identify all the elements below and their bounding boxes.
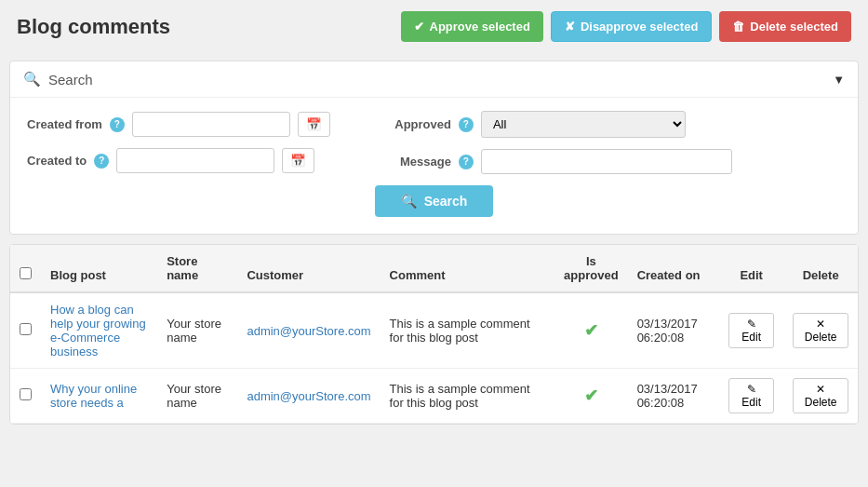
created-from-field: Created from ? 📅 [27,112,330,137]
delete-button[interactable]: ✕ Delete [793,313,848,348]
row-store-name: Your store name [157,369,237,424]
created-to-field: Created to ? 📅 [27,148,330,173]
search-btn-icon: 🔍 [401,194,417,209]
header-comment: Comment [381,245,555,292]
row-blog-post: Why your online store needs a [41,369,157,424]
search-row-1: Created from ? 📅 Created to ? 📅 Approved… [27,111,841,174]
header-store-name: Store name [157,245,237,292]
header-created-on: Created on [628,245,719,292]
table-row: How a blog can help your growing e-Comme… [10,292,858,369]
table-section: Blog post Store name Customer Comment Is… [9,244,859,425]
row-delete-cell: ✕ Delete [783,369,858,424]
left-fields: Created from ? 📅 Created to ? 📅 [27,112,330,173]
table-row: Why your online store needs a Your store… [10,369,858,424]
search-btn-row: 🔍 Search [27,185,841,217]
approved-select[interactable]: All Yes No [481,111,686,138]
message-input[interactable] [481,149,732,174]
chevron-down-icon: ▼ [833,73,845,87]
created-to-calendar-button[interactable]: 📅 [282,148,314,173]
row-checkbox-cell [10,292,41,369]
comments-table: Blog post Store name Customer Comment Is… [10,245,858,424]
search-toggle[interactable]: 🔍 Search ▼ [10,61,858,98]
row-checkbox-cell [10,369,41,424]
approved-checkmark: ✔ [584,386,598,405]
message-help-icon[interactable]: ? [459,155,474,169]
search-panel: 🔍 Search ▼ Created from ? 📅 Created to ?… [9,61,859,235]
page-header: Blog comments ✔ Approve selected ✘ Disap… [0,0,868,53]
edit-button[interactable]: ✎ Edit [728,313,774,348]
approve-selected-button[interactable]: ✔ Approve selected [401,11,543,42]
row-checkbox[interactable] [20,323,32,335]
approved-label: Approved [386,117,451,131]
header-delete: Delete [783,245,858,292]
delete-selected-button[interactable]: 🗑 Delete selected [719,11,851,42]
row-blog-post: How a blog can help your growing e-Comme… [41,292,157,369]
row-created-on: 03/13/2017 06:20:08 [628,369,719,424]
message-field: Message ? [386,149,841,174]
message-label: Message [386,155,451,169]
row-customer: admin@yourStore.com [237,369,380,424]
header-edit: Edit [719,245,783,292]
search-body: Created from ? 📅 Created to ? 📅 Approved… [10,98,858,234]
row-is-approved: ✔ [554,369,628,424]
right-fields: Approved ? All Yes No Message ? [386,111,841,174]
edit-button[interactable]: ✎ Edit [728,378,774,413]
header-row: Blog post Store name Customer Comment Is… [10,245,858,292]
blog-post-link[interactable]: Why your online store needs a [50,382,137,410]
header-buttons: ✔ Approve selected ✘ Disapprove selected… [401,11,852,42]
page-title: Blog comments [17,15,170,39]
approved-checkmark: ✔ [584,321,598,340]
header-blog-post: Blog post [41,245,157,292]
row-customer: admin@yourStore.com [237,292,380,369]
row-is-approved: ✔ [554,292,628,369]
created-to-label: Created to [27,154,87,168]
header-checkbox-col [10,245,41,292]
header-is-approved: Is approved [554,245,628,292]
blog-post-link[interactable]: How a blog can help your growing e-Comme… [50,303,146,358]
created-from-label: Created from [27,117,102,131]
header-customer: Customer [237,245,380,292]
row-comment: This is a sample comment for this blog p… [381,292,555,369]
search-toggle-label: Search [48,72,93,88]
search-icon: 🔍 [23,71,41,88]
created-to-input[interactable] [116,148,274,173]
search-button[interactable]: 🔍 Search [375,185,494,217]
approved-field: Approved ? All Yes No [386,111,841,138]
created-from-help-icon[interactable]: ? [110,117,125,132]
table-header: Blog post Store name Customer Comment Is… [10,245,858,292]
customer-email-link[interactable]: admin@yourStore.com [247,389,370,403]
table-body: How a blog can help your growing e-Comme… [10,292,858,424]
row-created-on: 03/13/2017 06:20:08 [628,292,719,369]
delete-button[interactable]: ✕ Delete [793,378,848,413]
search-btn-label: Search [424,194,468,209]
row-checkbox[interactable] [20,388,32,400]
row-delete-cell: ✕ Delete [783,292,858,369]
disapprove-selected-button[interactable]: ✘ Disapprove selected [551,11,712,42]
created-from-input[interactable] [132,112,290,137]
created-from-calendar-button[interactable]: 📅 [298,112,330,137]
customer-email-link[interactable]: admin@yourStore.com [247,324,370,338]
row-edit-cell: ✎ Edit [719,292,783,369]
select-all-checkbox[interactable] [20,267,32,279]
search-toggle-left: 🔍 Search [23,71,93,88]
row-edit-cell: ✎ Edit [719,369,783,424]
row-store-name: Your store name [157,292,237,369]
approved-help-icon[interactable]: ? [459,117,474,132]
created-to-help-icon[interactable]: ? [94,154,109,169]
row-comment: This is a sample comment for this blog p… [381,369,555,424]
